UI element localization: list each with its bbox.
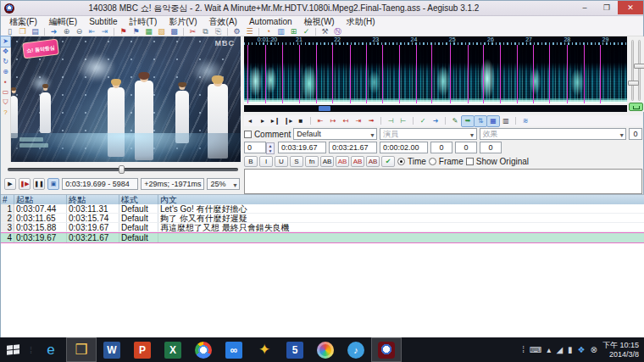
- seek-thumb[interactable]: [119, 165, 125, 174]
- help-tool-icon[interactable]: ?: [1, 108, 10, 118]
- drag-tool-icon[interactable]: ✥: [1, 47, 10, 57]
- actor-select[interactable]: 演員▼: [380, 128, 477, 140]
- scroll-right-icon[interactable]: ▸: [257, 116, 269, 126]
- grid-column-header[interactable]: 終點: [67, 195, 119, 204]
- grid-header[interactable]: #起點終點樣式內文: [1, 195, 644, 204]
- taskbar-app-excel[interactable]: X: [158, 337, 188, 362]
- menu-audio[interactable]: 音效(A): [204, 16, 242, 27]
- play-selection-icon[interactable]: ▸❙: [269, 116, 281, 126]
- shift-times-icon[interactable]: ◔: [262, 27, 275, 36]
- hidden-icons-icon[interactable]: ▴: [547, 345, 551, 354]
- outline-color-button[interactable]: AB: [351, 156, 364, 167]
- volume-thumb[interactable]: [628, 81, 639, 86]
- grid-column-header[interactable]: 內文: [158, 195, 644, 204]
- menu-view[interactable]: 檢視(W): [299, 16, 340, 27]
- save-subtitles-icon[interactable]: ▤: [29, 27, 42, 36]
- autoseek-toggle[interactable]: ▣: [47, 178, 59, 190]
- taskbar-app-blue-app[interactable]: ∞: [219, 337, 249, 362]
- table-row[interactable]: 10:03:07.440:03:11.31DefaultLet's Go! 有什…: [1, 204, 644, 214]
- bold-button[interactable]: B: [244, 156, 258, 167]
- resample-resolution-icon[interactable]: ⊞: [287, 27, 300, 36]
- sync-subtitles-icon[interactable]: ⚑: [130, 27, 142, 36]
- start-time-field[interactable]: 0:03:19.67: [278, 142, 326, 153]
- menu-help[interactable]: 求助(H): [341, 16, 380, 27]
- video-zoom-select[interactable]: 25%▼: [207, 178, 240, 190]
- tray-grip-icon[interactable]: ⁞: [522, 345, 525, 354]
- sync-video-icon[interactable]: ⚑: [117, 27, 130, 36]
- taskbar-app-chrome[interactable]: [188, 337, 219, 362]
- taskbar-app-file-explorer[interactable]: ❒: [66, 337, 97, 362]
- play-before-end-icon[interactable]: ↤: [340, 116, 352, 126]
- audio-scroll-thumb[interactable]: [319, 106, 330, 111]
- keyboard-icon[interactable]: ⌨: [530, 345, 541, 354]
- play-to-end-icon[interactable]: ➟: [365, 116, 377, 126]
- scale-tool-icon[interactable]: ▪: [1, 77, 10, 87]
- automation-manager-icon[interactable]: ⚙: [230, 27, 243, 36]
- menu-video[interactable]: 影片(V): [164, 16, 202, 27]
- select-lines-icon[interactable]: ▥: [275, 27, 287, 36]
- start-button[interactable]: [0, 337, 25, 362]
- snap-start-icon[interactable]: ⇤: [86, 27, 98, 36]
- snap-end-icon[interactable]: ⇥: [98, 27, 111, 36]
- style-select[interactable]: Default▼: [293, 128, 377, 140]
- play-before-start-icon[interactable]: ⇤: [314, 116, 326, 126]
- taskbar-app-itunes[interactable]: ♪: [341, 337, 371, 362]
- karaoke-mode-icon[interactable]: ≋: [519, 116, 531, 126]
- time-radio[interactable]: [397, 158, 405, 165]
- show-original-checkbox[interactable]: [466, 158, 474, 165]
- new-subtitles-icon[interactable]: ▯: [3, 27, 16, 36]
- menu-subtitle[interactable]: Subtitle: [84, 16, 122, 27]
- primary-color-button[interactable]: AB: [320, 156, 334, 167]
- play-button[interactable]: ▶: [4, 178, 16, 190]
- comment-checkbox[interactable]: [244, 131, 252, 138]
- taskbar-app-ie[interactable]: e: [36, 337, 66, 362]
- commit-button-button[interactable]: ✔: [381, 156, 395, 167]
- cut-icon[interactable]: ✂: [186, 27, 199, 36]
- menu-timing[interactable]: 計時(T): [124, 16, 162, 27]
- zoom-in-icon[interactable]: ⊕: [60, 27, 73, 36]
- action-center-icon[interactable]: ⊗: [591, 345, 597, 354]
- duration-field[interactable]: 0:00:02.00: [380, 142, 428, 153]
- rotate-z-tool-icon[interactable]: ↻: [1, 57, 10, 67]
- auto-scroll-icon[interactable]: ⇅: [475, 116, 486, 126]
- spell-checker-icon[interactable]: ✓: [300, 27, 313, 36]
- stop-icon[interactable]: ■: [295, 116, 307, 126]
- jump-to-icon[interactable]: ➜: [47, 27, 60, 36]
- play-after-end-icon[interactable]: ⇥: [353, 116, 364, 126]
- maximize-button[interactable]: ❐: [596, 1, 618, 14]
- zoom-slider[interactable]: [638, 40, 641, 101]
- battery-icon[interactable]: ▮: [568, 345, 573, 354]
- strikeout-button[interactable]: S: [290, 156, 303, 167]
- margin-vertical-field[interactable]: 0: [480, 142, 502, 153]
- taskbar-app-five-app[interactable]: 5: [280, 337, 310, 362]
- messenger-icon[interactable]: ❖: [578, 345, 586, 354]
- italic-button[interactable]: I: [259, 156, 273, 167]
- grid-column-header[interactable]: 起點: [14, 195, 67, 204]
- link-sliders-button[interactable]: [629, 103, 643, 111]
- menu-file[interactable]: 檔案(F): [4, 16, 42, 27]
- minimize-button[interactable]: –: [574, 1, 596, 14]
- layer-spinner[interactable]: 0▲▼: [244, 142, 266, 153]
- zoom-out-icon[interactable]: ⊖: [73, 27, 86, 36]
- effect-select[interactable]: 效果▼: [480, 128, 627, 140]
- pause-button[interactable]: ❚❚: [33, 178, 45, 190]
- font-face-button[interactable]: fn: [305, 156, 319, 167]
- auto-commit-icon[interactable]: ✎: [449, 116, 461, 126]
- table-row[interactable]: 40:03:19.670:03:21.67Default: [1, 232, 644, 243]
- title-bar[interactable]: 140308 MBC 쇼! 음악중심 - 2. Wait A Minute+Mr…: [1, 1, 643, 16]
- taskbar-app-powerpoint[interactable]: P: [127, 337, 158, 362]
- taskbar-app-aegisub[interactable]: [371, 337, 402, 362]
- table-row[interactable]: 20:03:11.650:03:15.74Default夠了 你又有什麼好遲疑: [1, 214, 644, 223]
- open-subtitles-icon[interactable]: ❒: [16, 27, 29, 36]
- go-to-selection-icon[interactable]: ➜: [430, 116, 441, 126]
- video-display[interactable]: 쇼! 음악중심 MBC: [11, 36, 241, 162]
- vector-clip-tool-icon[interactable]: ⛉: [1, 97, 10, 108]
- commit-changes-icon[interactable]: ✓: [417, 116, 429, 126]
- copy-icon[interactable]: ⧉: [199, 27, 212, 36]
- menu-automation[interactable]: Automation: [244, 16, 297, 27]
- grid-column-header[interactable]: 樣式: [119, 195, 158, 204]
- shadow-color-button[interactable]: AB: [366, 156, 380, 167]
- properties-icon[interactable]: ☰: [243, 27, 256, 36]
- video-seek-slider[interactable]: [8, 165, 238, 174]
- rotate-xy-tool-icon[interactable]: ⊕: [1, 67, 10, 77]
